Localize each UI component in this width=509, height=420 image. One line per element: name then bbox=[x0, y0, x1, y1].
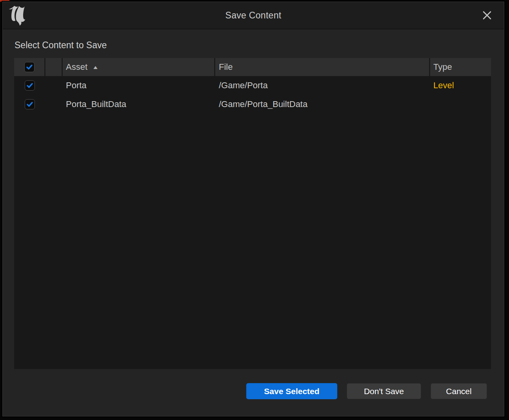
table-row[interactable]: Porta /Game/Porta Level bbox=[14, 76, 491, 95]
header-asset[interactable]: Asset ▲ bbox=[63, 58, 215, 76]
table-body: Porta /Game/Porta Level Porta_BuiltData … bbox=[14, 76, 491, 369]
row-checkbox[interactable] bbox=[25, 99, 35, 109]
table-row[interactable]: Porta_BuiltData /Game/Porta_BuiltData bbox=[14, 95, 491, 114]
save-selected-button[interactable]: Save Selected bbox=[246, 383, 337, 399]
row-checkbox-cell bbox=[14, 76, 45, 95]
close-icon[interactable] bbox=[480, 9, 494, 22]
checkmark-icon bbox=[26, 64, 33, 71]
header-checkbox-cell bbox=[14, 58, 45, 76]
header-type-label: Type bbox=[433, 62, 452, 72]
row-spacer-cell bbox=[45, 76, 63, 95]
sort-ascending-icon: ▲ bbox=[92, 64, 99, 70]
row-checkbox-cell bbox=[14, 95, 45, 114]
page-title: Select Content to Save bbox=[15, 40, 504, 51]
type-cell: Level bbox=[430, 76, 491, 95]
header-type[interactable]: Type bbox=[430, 58, 491, 76]
asset-table: Asset ▲ File Type Porta bbox=[14, 58, 491, 369]
dont-save-button[interactable]: Don't Save bbox=[347, 383, 421, 399]
header-spacer-cell bbox=[45, 58, 63, 76]
cancel-button[interactable]: Cancel bbox=[431, 383, 487, 399]
dialog-titlebar: Save Content bbox=[3, 2, 504, 29]
file-path-cell: /Game/Porta bbox=[215, 76, 430, 95]
dialog-button-row: Save Selected Don't Save Cancel bbox=[3, 383, 504, 399]
checkmark-icon bbox=[26, 101, 33, 108]
save-content-dialog: Save Content Select Content to Save Asse… bbox=[2, 2, 504, 416]
file-path-cell: /Game/Porta_BuiltData bbox=[215, 95, 430, 114]
table-header-row: Asset ▲ File Type bbox=[14, 58, 491, 76]
asset-name-cell: Porta bbox=[63, 76, 215, 95]
dialog-title: Save Content bbox=[3, 2, 504, 29]
unreal-engine-logo-icon bbox=[7, 5, 26, 26]
header-asset-label: Asset bbox=[66, 62, 87, 72]
row-spacer-cell bbox=[45, 95, 63, 114]
type-cell bbox=[430, 95, 491, 114]
row-checkbox[interactable] bbox=[25, 80, 35, 91]
select-all-checkbox[interactable] bbox=[24, 62, 35, 72]
header-file-label: File bbox=[219, 62, 233, 72]
checkmark-icon bbox=[26, 82, 33, 89]
asset-name-cell: Porta_BuiltData bbox=[63, 95, 215, 114]
header-file[interactable]: File bbox=[215, 58, 430, 76]
